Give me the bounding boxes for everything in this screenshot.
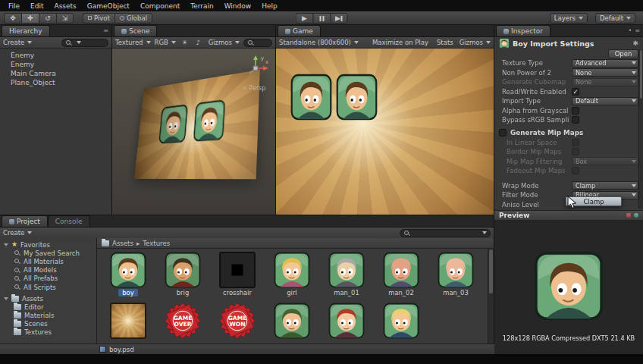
texture-type-dropdown[interactable]: Advanced xyxy=(572,59,638,67)
lighting-toggle-icon[interactable]: ☀ xyxy=(180,39,190,46)
create-label: Create xyxy=(3,229,24,237)
create-dropdown[interactable]: Create xyxy=(3,229,32,237)
axis-x-label: x xyxy=(265,59,268,65)
favorites-header[interactable]: ★Favorites xyxy=(0,240,96,249)
inspector-scrollbar[interactable] xyxy=(638,49,643,209)
global-toggle[interactable]: Global xyxy=(114,13,152,24)
tile-crosshair[interactable]: crosshair xyxy=(212,252,262,297)
tab-project[interactable]: Project xyxy=(2,215,48,227)
wrap-mode-dropdown[interactable]: Clamp xyxy=(572,181,638,190)
open-button[interactable]: Open xyxy=(608,49,638,58)
menu-terrain[interactable]: Terrain xyxy=(185,2,218,10)
render-channel-dropdown[interactable]: RGB xyxy=(155,39,176,46)
tile-redhead-girl[interactable] xyxy=(322,303,372,339)
hierarchy-item-plane-object[interactable]: Plane_Object xyxy=(0,78,111,87)
maximize-on-play-toggle[interactable]: Maximize on Play xyxy=(370,39,431,46)
tile-game-over-badge[interactable]: GAME OVER xyxy=(158,303,208,339)
aspect-dropdown[interactable]: Standalone (800x600) xyxy=(279,39,359,46)
preview-model-icon[interactable] xyxy=(626,213,631,218)
scene-orientation-gizmo[interactable]: y x xyxy=(240,53,271,83)
scale-tool-icon[interactable]: ⇲ xyxy=(56,13,74,24)
breadcrumb-assets[interactable]: Assets xyxy=(112,240,133,247)
preview-header[interactable]: Preview xyxy=(494,210,643,221)
stats-toggle[interactable]: Stats xyxy=(434,39,456,46)
tile-sunburst[interactable] xyxy=(103,303,153,339)
folder-scenes[interactable]: Scenes xyxy=(0,320,96,328)
tile-man-03[interactable]: man_03 xyxy=(431,252,481,297)
hierarchy-item-enemy-2[interactable]: Enemy xyxy=(0,60,111,69)
play-button[interactable]: ▶ xyxy=(296,13,313,24)
assets-root-folder[interactable]: Assets xyxy=(0,294,96,303)
menu-file[interactable]: File xyxy=(3,2,25,10)
menu-help[interactable]: Help xyxy=(256,2,283,10)
scene-gizmos-dropdown[interactable]: Gizmos xyxy=(209,39,240,46)
tile-man-02[interactable]: man_02 xyxy=(376,252,426,297)
lock-icon[interactable]: • xyxy=(629,27,632,34)
folder-icon xyxy=(14,312,21,318)
breadcrumb-textures[interactable]: Textures xyxy=(143,240,170,247)
favorite-all-models[interactable]: All Models xyxy=(0,266,96,275)
gear-icon[interactable]: ✱ xyxy=(632,39,638,47)
tile-girl[interactable]: girl xyxy=(267,252,317,297)
asset-grid-scrollbar[interactable] xyxy=(488,249,494,344)
panel-menu-icon[interactable]: ≡ xyxy=(103,27,108,34)
move-tool-icon[interactable]: ✛ xyxy=(21,13,39,24)
layers-dropdown[interactable]: Layers xyxy=(550,13,588,24)
layers-label: Layers xyxy=(554,14,576,22)
read-write-checkbox[interactable]: ✓ xyxy=(572,88,579,96)
boy-thumbnail xyxy=(110,252,146,288)
shading-mode-dropdown[interactable]: Textured xyxy=(115,39,151,46)
generate-mipmaps-checkbox[interactable] xyxy=(499,129,507,136)
hand-tool-icon[interactable]: ✥ xyxy=(4,13,21,24)
layout-dropdown[interactable]: Default xyxy=(595,13,635,24)
tile-game-won-badge[interactable]: GAME WON xyxy=(212,303,262,339)
tab-inspector[interactable]: Inspector xyxy=(496,25,550,36)
menu-assets[interactable]: Assets xyxy=(49,2,82,10)
hierarchy-item-main-camera[interactable]: Main Camera xyxy=(0,69,111,78)
favorite-saved-search[interactable]: My Saved Search xyxy=(0,249,96,257)
menu-gameobject[interactable]: GameObject xyxy=(82,2,135,10)
preview-audio-icon[interactable] xyxy=(634,213,638,218)
tile-blonde-girl[interactable] xyxy=(376,303,426,339)
hierarchy-item-enemy-1[interactable]: Enemy xyxy=(0,51,111,60)
game-viewport[interactable] xyxy=(276,49,494,215)
game-gizmos-dropdown[interactable]: Gizmos xyxy=(460,39,491,46)
panel-menu-icon[interactable]: ≡ xyxy=(635,27,640,34)
create-dropdown[interactable]: Create xyxy=(3,39,32,46)
rotate-tool-icon[interactable]: ↺ xyxy=(39,13,56,24)
folder-textures[interactable]: Textures xyxy=(0,328,96,337)
folder-materials[interactable]: Materials xyxy=(0,312,96,320)
menu-window[interactable]: Window xyxy=(219,2,257,10)
alpha-from-grayscale-checkbox[interactable] xyxy=(572,107,579,115)
tile-brig[interactable]: brig xyxy=(158,252,208,297)
tile-man-01[interactable]: man_01 xyxy=(322,252,372,297)
bypass-srgb-checkbox[interactable] xyxy=(572,116,579,124)
import-type-dropdown[interactable]: Default xyxy=(572,97,638,105)
favorite-all-prefabs[interactable]: All Prefabs xyxy=(0,275,96,283)
menu-edit[interactable]: Edit xyxy=(25,2,49,10)
step-button[interactable]: ▶ xyxy=(331,13,348,24)
create-label: Create xyxy=(3,39,24,46)
folder-editor[interactable]: Editor xyxy=(0,303,96,311)
favorite-all-scripts[interactable]: All Scripts xyxy=(0,283,96,291)
perspective-label[interactable]: < Persp xyxy=(236,85,272,92)
pause-button[interactable] xyxy=(313,13,331,24)
project-status-bar: boy.psd xyxy=(0,344,494,354)
tab-console[interactable]: Console xyxy=(48,215,90,227)
pivot-toggle[interactable]: Pivot xyxy=(83,13,114,24)
tile-soldier-girl[interactable] xyxy=(267,303,317,339)
folder-icon xyxy=(14,329,21,335)
favorite-all-materials[interactable]: All Materials xyxy=(0,257,96,265)
project-search-input[interactable] xyxy=(400,229,491,237)
non-power-of-2-dropdown[interactable]: None xyxy=(572,68,638,77)
tab-game[interactable]: Game xyxy=(278,25,321,36)
hierarchy-search-input[interactable] xyxy=(61,39,108,47)
tile-boy[interactable]: boy xyxy=(103,252,153,297)
scene-viewport[interactable]: y x < Persp xyxy=(112,49,275,215)
menu-component[interactable]: Component xyxy=(135,2,185,10)
audio-toggle-icon[interactable]: ♪ xyxy=(193,39,202,46)
scene-search-input[interactable] xyxy=(243,39,272,47)
tab-hierarchy[interactable]: Hierarchy xyxy=(2,25,50,36)
tab-scene[interactable]: Scene xyxy=(114,25,157,36)
search-icon xyxy=(403,230,410,237)
